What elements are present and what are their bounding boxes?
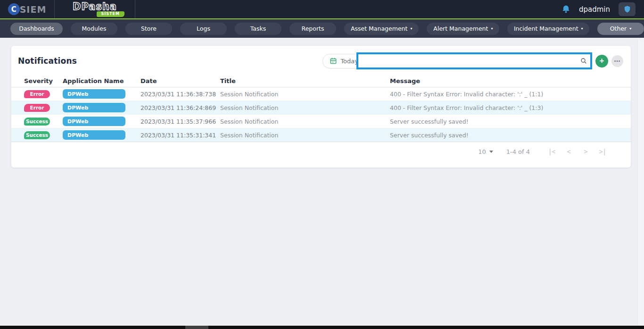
row-message: Server successfully saved! [390, 132, 631, 139]
calendar-icon [330, 57, 337, 65]
row-title: Session Notification [220, 104, 390, 111]
table-header-row: Severity Application Name Date Title Mes… [11, 75, 631, 87]
severity-badge: Error [24, 90, 50, 98]
col-header-message: Message [390, 77, 631, 84]
nav-item-store[interactable]: Store [125, 23, 172, 35]
page-size-select[interactable]: 10 [478, 148, 493, 155]
severity-badge: Error [24, 104, 50, 112]
user-shield-button[interactable] [619, 2, 636, 16]
nav-item-dashboards[interactable]: Dashboards [10, 23, 63, 35]
nav-item-reports[interactable]: Reports [289, 23, 336, 35]
severity-badge: Success [24, 118, 50, 126]
last-page-button[interactable]: >| [594, 148, 611, 155]
more-options-button[interactable]: ••• [611, 55, 623, 67]
add-button[interactable]: + [595, 55, 608, 67]
table-row[interactable]: Error DPWeb 2023/03/31 11:36:24:869 Sess… [11, 101, 631, 115]
col-header-application: Application Name [63, 77, 140, 84]
notifications-bell-icon[interactable] [561, 5, 570, 14]
search-input[interactable] [358, 54, 577, 67]
sistem-badge: SİSTEM [97, 11, 124, 17]
pagination-range-label: 1-4 of 4 [506, 148, 530, 155]
application-badge: DPWeb [63, 117, 125, 126]
chevron-down-icon [489, 151, 493, 153]
application-badge: DPWeb [63, 103, 125, 112]
notifications-table: Severity Application Name Date Title Mes… [11, 75, 631, 142]
next-page-button[interactable]: > [577, 148, 594, 155]
horizontal-scrollbar[interactable] [0, 326, 644, 329]
previous-page-button[interactable]: < [560, 148, 577, 155]
csiem-logo-text: SIEM [20, 4, 47, 15]
row-date: 2023/03/31 11:36:38:738 [140, 91, 220, 98]
row-date: 2023/03/31 11:36:24:869 [140, 104, 220, 111]
csiem-logo[interactable]: C SIEM [0, 0, 55, 18]
nav-item-alert-management[interactable]: Alert Management▾ [427, 23, 499, 35]
nav-item-asset-management[interactable]: Asset Management▾ [344, 23, 419, 35]
shield-icon [623, 5, 631, 13]
dpasha-logo[interactable]: DPasha SİSTEM [55, 0, 135, 18]
nav-item-logs[interactable]: Logs [180, 23, 227, 35]
table-row[interactable]: Success DPWeb 2023/03/31 11:35:37:966 Se… [11, 115, 631, 128]
chevron-down-icon: ▾ [629, 27, 631, 31]
dpasha-logo-text: DPasha [73, 2, 117, 11]
row-title: Session Notification [220, 118, 390, 125]
horizontal-scrollbar-thumb[interactable] [185, 326, 208, 329]
row-date: 2023/03/31 11:35:37:966 [140, 118, 220, 125]
row-date: 2023/03/31 11:35:31:341 [140, 132, 220, 139]
nav-item-tasks[interactable]: Tasks [235, 23, 281, 35]
table-row[interactable]: Error DPWeb 2023/03/31 11:36:38:738 Sess… [11, 87, 631, 101]
first-page-button[interactable]: |< [543, 148, 560, 155]
col-header-date: Date [140, 77, 220, 84]
application-badge: DPWeb [63, 89, 125, 99]
csiem-logo-mark: C [8, 3, 20, 15]
search-button[interactable] [577, 54, 590, 67]
row-title: Session Notification [220, 132, 390, 139]
topbar: C SIEM DPasha SİSTEM dpadmin [0, 0, 644, 19]
page-title: Notifications [18, 56, 77, 66]
header-controls: Today + ••• [322, 52, 623, 69]
severity-badge: Success [24, 131, 50, 139]
topbar-right: dpadmin [561, 0, 644, 18]
date-filter-label: Today [340, 58, 358, 65]
pagination: 10 1-4 of 4 |< < > >| [11, 142, 631, 155]
col-header-title: Title [220, 77, 390, 84]
nav-item-incident-management[interactable]: Incident Management▾ [507, 23, 589, 35]
chevron-down-icon: ▾ [410, 27, 412, 31]
username-label: dpadmin [579, 5, 610, 14]
vertical-scrollbar[interactable] [637, 39, 644, 326]
card-header: Notifications Today + ••• [11, 46, 631, 72]
chevron-down-icon: ▾ [491, 27, 493, 31]
nav-item-other[interactable]: Other▾ [597, 23, 644, 35]
chevron-down-icon: ▾ [581, 27, 583, 31]
page-size-value: 10 [478, 148, 486, 155]
search-box-highlighted [356, 52, 592, 69]
search-icon [580, 57, 587, 65]
table-row[interactable]: Success DPWeb 2023/03/31 11:35:31:341 Se… [11, 128, 631, 142]
row-message: Server successfully saved! [390, 118, 631, 125]
row-message: 400 - Filter Syntax Error: Invalid chara… [390, 91, 631, 98]
application-badge: DPWeb [63, 130, 125, 140]
notifications-card: Notifications Today + ••• Severity [11, 46, 631, 168]
row-title: Session Notification [220, 91, 390, 98]
nav-item-modules[interactable]: Modules [71, 23, 117, 35]
main-nav: Dashboards Modules Store Logs Tasks Repo… [0, 19, 644, 38]
row-message: 400 - Filter Syntax Error: Invalid chara… [390, 104, 631, 111]
col-header-severity: Severity [24, 77, 63, 84]
